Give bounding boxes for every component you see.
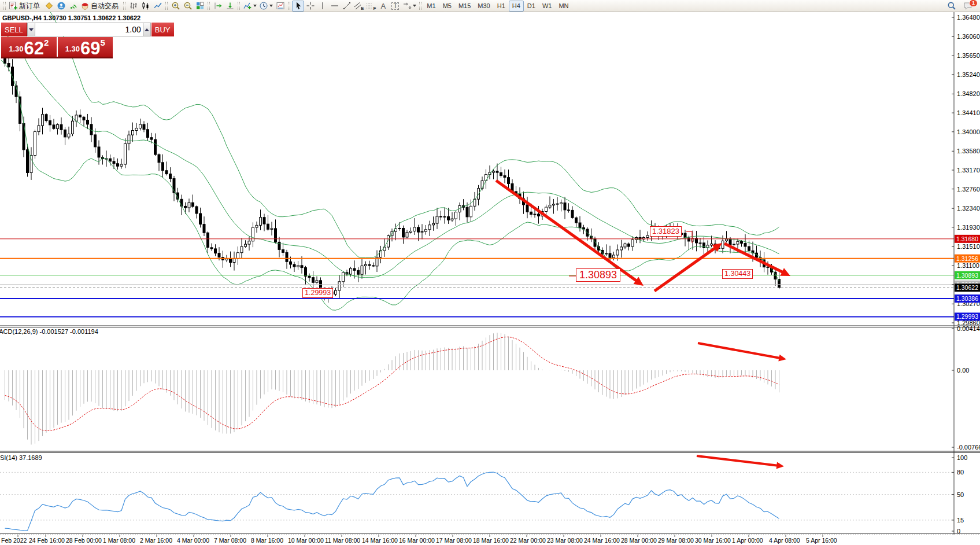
horizontal-line-icon [330,1,339,10]
svg-text:0.004144: 0.004144 [957,325,980,332]
new-order-label: 新订单 [19,1,40,11]
volume-increase-button[interactable] [143,23,151,36]
indicators-dropdown-button[interactable] [242,1,258,12]
volume-down-icon [29,28,34,31]
chart-canvas[interactable]: 1.364801.360601.356501.352401.348201.344… [0,12,980,545]
svg-text:24 Feb 16:00: 24 Feb 16:00 [29,537,65,544]
toolbar-drag-handle[interactable] [3,2,6,10]
sell-button[interactable]: SELL [1,23,27,36]
svg-text:11 Mar 08:00: 11 Mar 08:00 [325,537,360,544]
candlestick-chart-button[interactable] [139,1,151,12]
signals-button[interactable] [67,1,79,12]
price-annotation-high[interactable]: 1.31823 [650,226,682,237]
toolbar: 新订单 自动交易 [0,0,980,12]
search-button[interactable] [945,1,957,12]
zoom-out-icon [183,1,193,10]
line-chart-icon [153,1,162,10]
macd-signal-line [5,337,779,430]
sell-price-pip: 2 [44,38,49,47]
svg-text:1.34820: 1.34820 [957,90,980,97]
volume-input[interactable] [35,23,143,36]
svg-text:4 Mar 00:00: 4 Mar 00:00 [177,537,209,544]
timeframe-d1-button[interactable]: D1 [524,1,539,12]
templates-button[interactable] [274,1,286,12]
svg-text:80: 80 [957,469,964,476]
svg-text:1.30386: 1.30386 [956,295,978,302]
autotrading-button[interactable]: 自动交易 [79,1,121,12]
timeframe-m1-button[interactable]: M1 [423,1,439,12]
price-scale[interactable]: 1.364801.360601.356501.352401.348201.344… [952,14,980,535]
svg-text:1.36060: 1.36060 [957,33,980,40]
timeframe-mn-button[interactable]: MN [555,1,572,12]
tile-windows-button[interactable] [194,1,206,12]
community-button[interactable] [55,1,67,12]
periods-dropdown-button[interactable] [258,1,274,12]
svg-text:23 Mar 08:00: 23 Mar 08:00 [547,537,583,544]
market-button[interactable] [43,1,55,12]
channel-tool-button[interactable]: E [353,1,365,12]
price-annotation-target[interactable]: 1.30443 [722,269,753,279]
zoom-in-icon [171,1,180,10]
bar-chart-button[interactable] [127,1,139,12]
indicators-icon [243,1,252,10]
text-label-tool-button[interactable]: T [389,1,401,12]
price-annotation-mid[interactable]: 1.30893 [576,268,620,282]
timeframe-m15-button[interactable]: M15 [455,1,474,12]
buy-button[interactable]: BUY [151,23,174,36]
timeframe-m5-button[interactable]: M5 [439,1,455,12]
svg-text:7 Mar 08:00: 7 Mar 08:00 [214,537,246,544]
cursor-icon [294,1,303,10]
toolbar-separator [238,2,240,10]
vertical-line-icon [318,1,327,10]
buy-price-display[interactable]: 1.30 69 5 [58,37,113,57]
timeframe-h4-button[interactable]: H4 [509,1,524,12]
svg-text:22 Mar 00:00: 22 Mar 00:00 [510,537,546,544]
cursor-tool-button[interactable] [292,1,304,12]
fibonacci-icon [366,1,373,10]
svg-text:28 Feb 00:00: 28 Feb 00:00 [66,537,102,544]
main-price-panel [0,12,954,316]
time-scale[interactable]: Feb 202224 Feb 16:0028 Feb 00:001 Mar 08… [1,535,837,544]
vertical-line-tool-button[interactable] [316,1,328,12]
search-icon [947,1,956,10]
svg-text:1.29993: 1.29993 [956,313,978,320]
svg-text:28 Mar 00:00: 28 Mar 00:00 [621,537,657,544]
mt4-window: 新订单 自动交易 [0,0,980,545]
line-chart-button[interactable] [151,1,164,12]
signals-icon [69,1,78,10]
auto-scroll-button[interactable] [224,1,236,12]
zoom-in-button[interactable] [169,1,182,12]
timeframe-m30-button[interactable]: M30 [474,1,493,12]
horizontal-line-tool-button[interactable] [328,1,341,12]
svg-text:4 Apr 08:00: 4 Apr 08:00 [769,537,800,544]
svg-text:1.30893: 1.30893 [956,272,978,279]
horizontal-line-objects[interactable] [0,239,954,317]
rsi-label: RSI(14) 37.1689 [0,454,42,461]
volume-decrease-button[interactable] [27,23,35,36]
volume-up-icon [145,28,149,31]
candles-layer [4,50,781,303]
zoom-out-button[interactable] [182,1,194,12]
crosshair-tool-button[interactable] [304,1,316,12]
arrows-tool-dropdown-button[interactable] [401,1,417,12]
text-tool-button[interactable]: A [377,1,389,12]
autotrading-icon [80,1,90,10]
text-tool-glyph: A [381,2,386,10]
new-order-button[interactable]: 新订单 [8,1,43,12]
trendline-tool-button[interactable] [341,1,353,12]
sell-price-big-digits: 62 [24,41,43,56]
svg-text:1.31256: 1.31256 [956,255,978,262]
toolbar-right-group: 1 [945,1,974,12]
macd-panel [5,333,779,444]
svg-text:1.32340: 1.32340 [957,205,980,212]
sell-price-display[interactable]: 1.30 62 2 [1,37,57,57]
timeframe-w1-button[interactable]: W1 [539,1,556,12]
price-annotation-bottom[interactable]: 1.29993 [302,288,333,298]
chart-window[interactable]: 1.364801.360601.356501.352401.348201.344… [0,12,980,545]
chart-shift-button[interactable] [212,1,224,12]
trend-arrow-annotations[interactable] [496,181,790,469]
fibonacci-tool-button[interactable]: F [365,1,377,12]
svg-text:1.36480: 1.36480 [957,14,980,21]
timeframe-h1-button[interactable]: H1 [494,1,509,12]
notifications-button[interactable]: 1 [962,1,974,12]
